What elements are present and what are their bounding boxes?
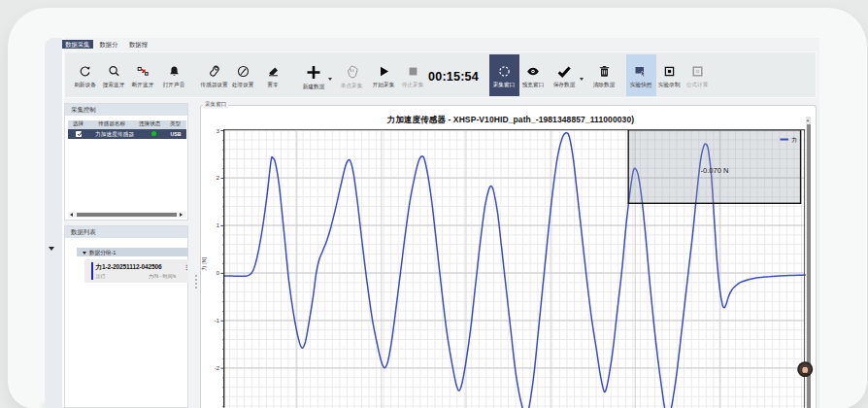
svg-text:1: 1 xyxy=(217,222,219,228)
svg-text:0: 0 xyxy=(217,270,219,276)
svg-text:-0.070 N: -0.070 N xyxy=(701,166,729,175)
svg-text:-1: -1 xyxy=(215,318,219,323)
svg-text:力: 力 xyxy=(791,136,797,143)
svg-text:-2: -2 xyxy=(215,365,219,371)
svg-text:3: 3 xyxy=(217,129,219,134)
svg-text:2: 2 xyxy=(217,175,219,181)
